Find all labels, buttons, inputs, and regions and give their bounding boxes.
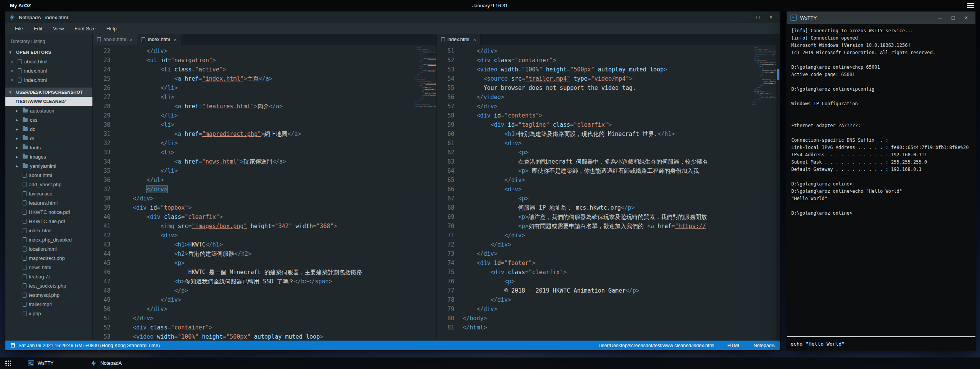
code-line[interactable]: <a href="news.html">玩家傳送門</a> (119, 157, 410, 166)
file-item[interactable]: index.php_disabled (5, 235, 92, 244)
code-line[interactable]: <div id="topbox"> (119, 203, 410, 212)
code-line[interactable]: </div> (463, 231, 751, 240)
code-line[interactable]: <a href="features.html">簡介</a> (119, 102, 410, 111)
file-item[interactable]: mapredirect.php (5, 253, 92, 263)
file-item[interactable]: index.html (5, 226, 92, 235)
minimap-right[interactable]: </div> <div class="container"> <video wi… (750, 45, 776, 341)
open-editor-item[interactable]: ×about.html (5, 57, 92, 66)
notepada-titlebar[interactable]: NotepadA - index.html – □ × (5, 12, 780, 23)
code-line[interactable]: <a href="index.html">主頁</a> (119, 74, 410, 83)
close-editor-icon[interactable]: × (11, 59, 15, 65)
code-line[interactable]: <video width="100%" height="500px" autop… (119, 332, 410, 341)
menu-edit[interactable]: Edit (29, 24, 47, 33)
code-line[interactable]: </video> (463, 93, 751, 102)
code-line[interactable]: </div> (119, 314, 410, 323)
close-tab-icon[interactable]: × (174, 37, 177, 43)
file-item[interactable]: add_vhost.php (5, 180, 92, 189)
code-line[interactable]: <div class="container"> (463, 56, 751, 65)
code-line[interactable]: 在香港的Minecraft 伺服器中，多為小遊戲和純生存的伺服器，較少擁有 (463, 157, 751, 166)
maximize-button[interactable]: □ (753, 13, 763, 22)
code-line[interactable]: </div> (463, 304, 751, 314)
code-line[interactable]: </ul> (119, 175, 410, 185)
file-item[interactable]: HKWTC rule.pdf (5, 217, 92, 226)
code-line[interactable]: </div> (463, 46, 751, 56)
code-line[interactable]: <li> (119, 93, 410, 102)
open-editors-section-header[interactable]: ▾ OPEN EDITORS (5, 48, 92, 57)
code-line[interactable]: <p>請注意，我們的伺服器為確保玩家及遊玩時的質素，我們對的服務開放 (463, 212, 751, 222)
code-line[interactable]: <ul id="navigation"> (119, 56, 410, 65)
code-line[interactable]: <li> (119, 148, 410, 157)
file-item[interactable]: location.html (5, 244, 92, 253)
code-editor-left[interactable]: </div> <ul id="navigation"> <li class="a… (117, 45, 410, 341)
code-line[interactable]: <p>如有問題或需要申請白名單，歡迎加入我們的 <a href="https:/… (463, 222, 751, 231)
file-item[interactable]: teabag.7z (5, 272, 92, 281)
close-editor-icon[interactable]: × (11, 68, 15, 74)
editor-tab[interactable]: index.html× (437, 34, 481, 45)
taskbar-item-wstty[interactable]: >_ WsTTY (28, 360, 54, 366)
code-line[interactable]: <li class="active"> (119, 65, 410, 74)
statusbar-file-path[interactable]: user/Desktop/screenshot/test/www cleaned… (599, 343, 714, 348)
code-line[interactable]: </li> (119, 139, 410, 148)
close-tab-icon[interactable]: × (130, 37, 133, 43)
maximize-button[interactable]: □ (948, 13, 959, 22)
menu-view[interactable]: View (48, 24, 69, 33)
open-editor-item[interactable]: ×index.html (5, 75, 92, 84)
statusbar-app-name[interactable]: NotepadA (753, 343, 775, 348)
app-launcher-grid-icon[interactable] (5, 360, 11, 366)
code-line[interactable]: </div> (463, 249, 751, 258)
code-line[interactable]: © 2018 - 2019 HKWTC Animation Gamer</p> (463, 286, 751, 295)
code-line[interactable]: <p> (463, 194, 751, 203)
code-line[interactable]: </li> (119, 111, 410, 120)
menu-help[interactable]: Help (101, 24, 122, 33)
code-line[interactable]: </div> (463, 295, 751, 304)
file-item[interactable]: x.php (5, 309, 92, 318)
file-item[interactable]: HKWTC notice.pdf (5, 207, 92, 217)
minimize-button[interactable]: – (740, 13, 750, 22)
file-item[interactable]: testmysql.php (5, 290, 92, 300)
code-line[interactable]: </div> (119, 185, 410, 194)
code-line[interactable]: </div> (119, 46, 410, 56)
workspace-root-header[interactable]: ▾ USER/DESKTOP/SCREENSHOT (5, 88, 92, 97)
file-item[interactable]: features.html (5, 198, 92, 207)
code-editor-right[interactable]: </div> <div class="container"> <video wi… (461, 45, 751, 341)
code-line[interactable]: <div class="container"> (119, 323, 410, 332)
code-line[interactable]: <p> (463, 277, 751, 286)
code-line[interactable]: <div> (463, 185, 751, 194)
code-line[interactable]: <div> (119, 231, 410, 240)
code-line[interactable]: </li> (119, 166, 410, 175)
close-editor-icon[interactable]: × (11, 77, 15, 83)
file-item[interactable]: about.html (5, 170, 92, 180)
folder-item[interactable]: ▸images (5, 152, 92, 161)
code-line[interactable]: <div id="footer"> (463, 258, 751, 268)
minimize-button[interactable]: – (935, 13, 945, 22)
terminal-output[interactable]: [info] Conencting to arozos WsTTY servic… (787, 24, 975, 336)
code-line[interactable]: HKWTC 是一個 Minecraft 的建築伺服器，主要建築計劃包括鐵路 (119, 268, 410, 277)
folder-item[interactable]: ▸autostation (5, 106, 92, 115)
file-item[interactable]: favicon.ico (5, 189, 92, 198)
code-line[interactable]: </body> (463, 314, 751, 323)
code-line[interactable]: <p> (119, 258, 410, 268)
code-line[interactable]: </html> (463, 323, 751, 332)
code-line[interactable]: <div id="tagline" class="clearfix"> (463, 120, 751, 129)
code-line[interactable]: <img src="images/box.png" height="342" w… (119, 222, 410, 231)
editor-tab[interactable]: index.html× (137, 34, 181, 45)
code-line[interactable]: </li> (119, 83, 410, 93)
code-line[interactable]: <a href="mapredirect.php">網上地圖</a> (119, 129, 410, 139)
code-line[interactable]: 伺服器 IP 地址為： mcs.hkwtc.org</p> (463, 203, 751, 212)
menu-font-size[interactable]: Font Size (69, 24, 100, 33)
menu-file[interactable]: File (10, 24, 28, 33)
wstty-titlebar[interactable]: >_ WsTTY – □ × (787, 12, 975, 24)
code-line[interactable]: <b>你知道我們全線伺服器已轉用 SSD 了嗎？</b></span> (119, 277, 410, 286)
file-item[interactable]: test_sockets.php (5, 281, 92, 290)
folder-item[interactable]: ▸dc (5, 124, 92, 134)
code-line[interactable]: <h1>HKWTC</h1> (119, 240, 410, 249)
file-item[interactable]: news.html (5, 263, 92, 272)
folder-item[interactable]: ▸fonts (5, 143, 92, 152)
terminal-command-input[interactable] (791, 341, 972, 347)
code-line[interactable]: </div> (119, 295, 410, 304)
code-line[interactable]: <div id="contents"> (463, 111, 751, 120)
hamburger-menu-icon[interactable] (967, 3, 974, 8)
code-line[interactable]: <div class="clearfix"> (463, 268, 751, 277)
close-button[interactable]: × (961, 13, 972, 22)
workspace-root-line2[interactable]: /TEST/WWW CLEANED/ (5, 97, 92, 106)
